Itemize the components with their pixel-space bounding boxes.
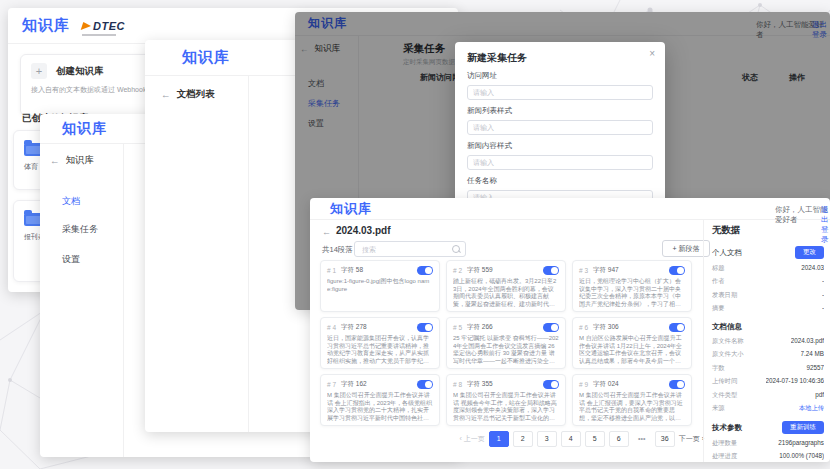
back-to-kb-button[interactable]: ← 知识库 [50, 154, 94, 167]
segment-enable-toggle[interactable] [543, 380, 559, 389]
tech-section-title: 技术参数 [712, 423, 742, 433]
segment-card[interactable]: # 7字符 162 M 集团公司召开全面提升工作会议并讲话 会上汇报指出，202… [320, 374, 440, 426]
segment-enable-toggle[interactable] [543, 266, 559, 275]
segment-chars: 字符 266 [467, 323, 493, 332]
segment-index: # 9 [579, 381, 588, 388]
create-kb-title: 创建知识库 [56, 65, 104, 78]
field-label-url: 访问网址 [467, 71, 653, 81]
segment-card[interactable]: # 6字符 306 M 自治区公路发展中心召开全面提升工作会议并讲话 1月22日… [572, 317, 692, 369]
segment-enable-toggle[interactable] [669, 380, 685, 389]
tech-value: 2196paragraphs [778, 439, 824, 448]
tech-key: 处理数量 [712, 439, 737, 448]
page-button-1[interactable]: 1 [489, 431, 509, 447]
segment-text: M 集团公司召开全面提升工作会议并讲话 会上汇报强调，要深入学习贯彻习近平总书记… [579, 392, 685, 422]
segment-card[interactable]: # 4字符 278 近日，国家能源集团召开会议，认真学习贯彻习近平总书记重要讲话… [320, 317, 440, 369]
doc-info-panel: 无数据 个人文档 更改 标题2024.03 作者- 发表日期- 摘要- 文档信息… [712, 224, 824, 462]
close-icon[interactable]: × [649, 48, 655, 59]
url-field[interactable] [467, 85, 653, 100]
back-label: 文档列表 [177, 88, 215, 101]
sidebar-item-tasks[interactable]: 采集任务 [62, 223, 98, 236]
segment-card[interactable]: # 5字符 266 25 牢记嘱托 以新求变 奋楫笃行——2024年全国两会工作… [446, 317, 566, 369]
dtec-logo: DTEC [82, 20, 125, 32]
sidebar-item-settings[interactable]: 设置 [62, 253, 80, 266]
tech-key: 处理进度 [712, 452, 737, 461]
segment-text: M 集团公司召开全面提升工作会议并讲话 视频会今年工作，站在全局和战略高度深刻领… [453, 392, 559, 422]
segment-index: # 8 [453, 381, 462, 388]
pagination-ellipsis: ••• [633, 432, 651, 446]
segment-card[interactable]: # 9字符 024 M 集团公司召开全面提升工作会议并讲话 会上汇报强调，要深入… [572, 374, 692, 426]
modal-title: 新建采集任务 [467, 51, 653, 65]
edit-meta-button[interactable]: 更改 [795, 246, 824, 259]
info-value-source: 本地上传 [799, 404, 824, 413]
new-task-modal: 新建采集任务 × 访问网址 新闻列表样式 新闻内容样式 任务名称 是否定时执行 … [455, 42, 665, 218]
segment-enable-toggle[interactable] [543, 323, 559, 332]
info-key: 上传时间 [712, 377, 737, 386]
segment-index: # 3 [579, 267, 588, 274]
doc-type-label: 个人文档 [712, 248, 742, 258]
back-to-doclist-button[interactable]: ← 文档列表 [161, 88, 215, 101]
logo-subline [82, 34, 116, 36]
meta-value: - [822, 277, 824, 286]
tech-value: 100.00% (7048) [779, 452, 824, 461]
info-value: pdf [815, 391, 824, 400]
segment-card[interactable]: # 8字符 355 M 集团公司召开全面提升工作会议并讲话 视频会今年工作，站在… [446, 374, 566, 426]
segment-search [354, 241, 466, 257]
segment-chars: 字符 58 [341, 266, 363, 275]
info-value: 7.24 MB [801, 350, 824, 359]
panel-divider [703, 220, 704, 462]
plus-icon: + [31, 63, 47, 79]
meta-value: - [822, 291, 824, 300]
retrain-button[interactable]: 重新训练 [782, 421, 824, 434]
prev-page-button[interactable]: ‹ 上一页 [459, 434, 484, 444]
segment-card[interactable]: # 3字符 947 近日，党组理论学习中心组（扩大）会议集中学习，深入学习贯彻二… [572, 260, 692, 312]
segment-enable-toggle[interactable] [417, 323, 433, 332]
page-button-5[interactable]: 5 [585, 431, 605, 447]
back-label: 知识库 [66, 154, 95, 167]
app-title: 知识库 [330, 200, 372, 218]
info-key: 字数 [712, 364, 725, 373]
search-input[interactable] [360, 245, 452, 254]
segment-text: 近日，国家能源集团召开会议，认真学习贯彻习近平总书记重要讲话精神，推动党纪学习教… [327, 335, 433, 365]
segment-chars: 字符 278 [341, 323, 367, 332]
app-title: 知识库 [62, 120, 107, 138]
app-title: 知识库 [182, 48, 230, 67]
page-button-6[interactable]: 6 [609, 431, 629, 447]
doc-info-section-title: 文档信息 [712, 322, 824, 332]
segment-enable-toggle[interactable] [417, 266, 433, 275]
sidebar-item-docs[interactable]: 文档 [62, 195, 80, 208]
segment-chars: 字符 559 [467, 266, 493, 275]
field-label-list-style: 新闻列表样式 [467, 106, 653, 116]
segment-enable-toggle[interactable] [669, 266, 685, 275]
segment-index: # 6 [579, 324, 588, 331]
segment-index: # 2 [453, 267, 462, 274]
segment-text: 踏上新征程，砥砺再出发。3月22日至23日，2024年全国两会胜利闭幕，会议期间… [453, 278, 559, 308]
list-style-field[interactable] [467, 120, 653, 135]
info-key: 文件类型 [712, 391, 737, 400]
page-button-2[interactable]: 2 [513, 431, 533, 447]
logo-text: DTEC [93, 20, 125, 32]
info-key: 来源 [712, 404, 725, 413]
segment-card[interactable]: # 1字符 58 figure:1-figure-0.jpg|图中包含logo … [320, 260, 440, 312]
back-arrow-icon[interactable]: ← [322, 227, 331, 237]
segment-text: figure:1-figure-0.jpg|图中包含logo name:figu… [327, 278, 433, 293]
field-label-content-style: 新闻内容样式 [467, 141, 653, 151]
segment-text: M 集团公司召开全面提升工作会议并讲话 会上汇报指出，2023年，各级党组织深入… [327, 392, 433, 422]
doc-header: 知识库 [310, 198, 830, 220]
info-value: 2024.03.pdf [791, 337, 824, 346]
segment-card[interactable]: # 2字符 559 踏上新征程，砥砺再出发。3月22日至23日，2024年全国两… [446, 260, 566, 312]
segment-enable-toggle[interactable] [669, 323, 685, 332]
page-button-3[interactable]: 3 [537, 431, 557, 447]
page-button-36[interactable]: 36 [655, 431, 675, 447]
segment-enable-toggle[interactable] [417, 380, 433, 389]
page-button-4[interactable]: 4 [561, 431, 581, 447]
field-label-task-name: 任务名称 [467, 176, 653, 186]
meta-value: 2024.03 [801, 264, 824, 273]
meta-key: 发表日期 [712, 291, 737, 300]
next-page-button[interactable]: 下一页 › [679, 434, 704, 444]
logo-arrow-icon [81, 22, 93, 30]
content-style-field[interactable] [467, 155, 653, 170]
paragraph-count: 共14段落 [322, 245, 353, 255]
meta-key: 作者 [712, 277, 725, 286]
segment-chars: 字符 162 [341, 380, 367, 389]
info-key: 原文件名称 [712, 337, 743, 346]
